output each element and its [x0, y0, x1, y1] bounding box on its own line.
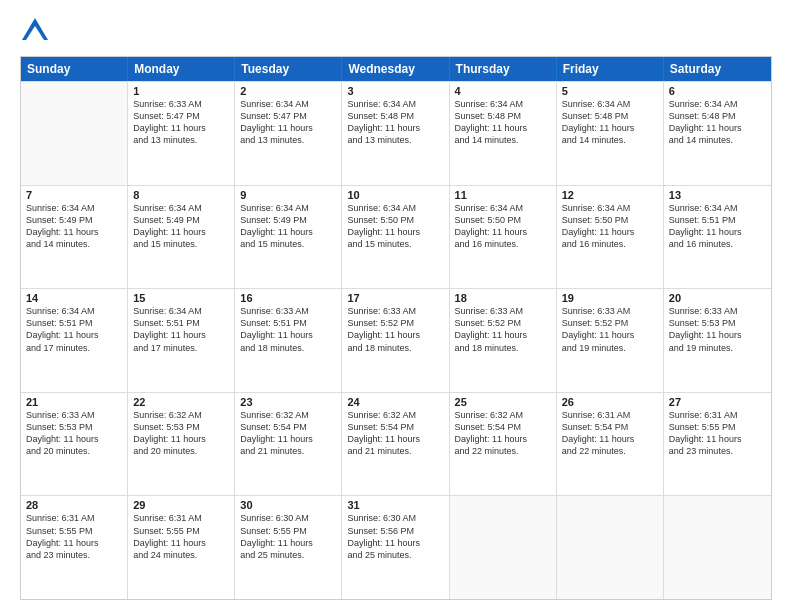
cell-line: Daylight: 11 hours — [455, 329, 551, 341]
calendar-cell: 31Sunrise: 6:30 AMSunset: 5:56 PMDayligh… — [342, 496, 449, 599]
cell-line: and 13 minutes. — [133, 134, 229, 146]
cell-line: Daylight: 11 hours — [347, 329, 443, 341]
calendar-cell: 16Sunrise: 6:33 AMSunset: 5:51 PMDayligh… — [235, 289, 342, 392]
cell-line: and 20 minutes. — [26, 445, 122, 457]
cell-line: Sunrise: 6:31 AM — [26, 512, 122, 524]
cell-line: Sunset: 5:48 PM — [455, 110, 551, 122]
cell-line: Daylight: 11 hours — [562, 226, 658, 238]
calendar-cell: 27Sunrise: 6:31 AMSunset: 5:55 PMDayligh… — [664, 393, 771, 496]
cell-line: Sunrise: 6:31 AM — [562, 409, 658, 421]
cell-line: and 13 minutes. — [240, 134, 336, 146]
cell-line: Daylight: 11 hours — [562, 122, 658, 134]
calendar-cell: 28Sunrise: 6:31 AMSunset: 5:55 PMDayligh… — [21, 496, 128, 599]
page: SundayMondayTuesdayWednesdayThursdayFrid… — [0, 0, 792, 612]
logo-icon — [20, 16, 50, 46]
cell-line: Daylight: 11 hours — [455, 122, 551, 134]
calendar-cell: 1Sunrise: 6:33 AMSunset: 5:47 PMDaylight… — [128, 82, 235, 185]
cell-line: and 15 minutes. — [133, 238, 229, 250]
cell-line: Sunset: 5:49 PM — [240, 214, 336, 226]
cell-line: Sunset: 5:53 PM — [133, 421, 229, 433]
cell-line: Sunrise: 6:34 AM — [669, 98, 766, 110]
cell-line: Sunset: 5:54 PM — [347, 421, 443, 433]
day-number: 14 — [26, 292, 122, 304]
calendar-cell: 22Sunrise: 6:32 AMSunset: 5:53 PMDayligh… — [128, 393, 235, 496]
day-number: 21 — [26, 396, 122, 408]
day-number: 10 — [347, 189, 443, 201]
calendar-cell: 24Sunrise: 6:32 AMSunset: 5:54 PMDayligh… — [342, 393, 449, 496]
cell-line: Sunrise: 6:34 AM — [133, 202, 229, 214]
cell-line: Sunset: 5:51 PM — [133, 317, 229, 329]
cell-line: and 23 minutes. — [26, 549, 122, 561]
cell-line: and 15 minutes. — [240, 238, 336, 250]
cell-line: and 14 minutes. — [562, 134, 658, 146]
day-number: 19 — [562, 292, 658, 304]
calendar-row: 1Sunrise: 6:33 AMSunset: 5:47 PMDaylight… — [21, 81, 771, 185]
cell-line: and 14 minutes. — [455, 134, 551, 146]
cell-line: Sunset: 5:56 PM — [347, 525, 443, 537]
cell-line: and 14 minutes. — [669, 134, 766, 146]
day-number: 3 — [347, 85, 443, 97]
calendar-cell: 18Sunrise: 6:33 AMSunset: 5:52 PMDayligh… — [450, 289, 557, 392]
cell-line: Sunset: 5:49 PM — [26, 214, 122, 226]
cell-line: Sunset: 5:50 PM — [562, 214, 658, 226]
calendar-cell: 13Sunrise: 6:34 AMSunset: 5:51 PMDayligh… — [664, 186, 771, 289]
cell-line: and 19 minutes. — [562, 342, 658, 354]
cell-line: Sunrise: 6:33 AM — [240, 305, 336, 317]
header — [20, 16, 772, 46]
calendar-cell: 11Sunrise: 6:34 AMSunset: 5:50 PMDayligh… — [450, 186, 557, 289]
cell-line: Daylight: 11 hours — [240, 122, 336, 134]
cell-line: Sunrise: 6:34 AM — [455, 202, 551, 214]
cell-line: Sunrise: 6:31 AM — [133, 512, 229, 524]
cell-line: Sunrise: 6:32 AM — [133, 409, 229, 421]
calendar-cell: 15Sunrise: 6:34 AMSunset: 5:51 PMDayligh… — [128, 289, 235, 392]
cell-line: Daylight: 11 hours — [347, 537, 443, 549]
header-day-thursday: Thursday — [450, 57, 557, 81]
cell-line: Sunset: 5:50 PM — [347, 214, 443, 226]
calendar-cell: 20Sunrise: 6:33 AMSunset: 5:53 PMDayligh… — [664, 289, 771, 392]
cell-line: Sunrise: 6:34 AM — [669, 202, 766, 214]
cell-line: Daylight: 11 hours — [240, 433, 336, 445]
day-number: 20 — [669, 292, 766, 304]
cell-line: and 17 minutes. — [133, 342, 229, 354]
header-day-saturday: Saturday — [664, 57, 771, 81]
calendar-cell: 25Sunrise: 6:32 AMSunset: 5:54 PMDayligh… — [450, 393, 557, 496]
cell-line: Sunrise: 6:34 AM — [26, 305, 122, 317]
header-day-monday: Monday — [128, 57, 235, 81]
cell-line: and 19 minutes. — [669, 342, 766, 354]
cell-line: Sunrise: 6:34 AM — [240, 202, 336, 214]
cell-line: Sunrise: 6:33 AM — [455, 305, 551, 317]
day-number: 15 — [133, 292, 229, 304]
calendar-cell: 4Sunrise: 6:34 AMSunset: 5:48 PMDaylight… — [450, 82, 557, 185]
cell-line: Sunset: 5:50 PM — [455, 214, 551, 226]
cell-line: Daylight: 11 hours — [562, 433, 658, 445]
cell-line: and 14 minutes. — [26, 238, 122, 250]
cell-line: Sunset: 5:48 PM — [562, 110, 658, 122]
calendar-cell: 3Sunrise: 6:34 AMSunset: 5:48 PMDaylight… — [342, 82, 449, 185]
cell-line: Sunrise: 6:33 AM — [133, 98, 229, 110]
cell-line: Sunrise: 6:33 AM — [347, 305, 443, 317]
cell-line: Sunset: 5:51 PM — [240, 317, 336, 329]
cell-line: Sunrise: 6:34 AM — [347, 98, 443, 110]
cell-line: Daylight: 11 hours — [133, 226, 229, 238]
cell-line: Daylight: 11 hours — [133, 433, 229, 445]
cell-line: Daylight: 11 hours — [347, 433, 443, 445]
logo — [20, 16, 54, 46]
cell-line: Sunrise: 6:34 AM — [562, 98, 658, 110]
cell-line: Sunrise: 6:33 AM — [26, 409, 122, 421]
cell-line: Sunset: 5:47 PM — [240, 110, 336, 122]
cell-line: and 17 minutes. — [26, 342, 122, 354]
day-number: 23 — [240, 396, 336, 408]
day-number: 16 — [240, 292, 336, 304]
day-number: 26 — [562, 396, 658, 408]
cell-line: and 16 minutes. — [562, 238, 658, 250]
cell-line: Sunset: 5:53 PM — [26, 421, 122, 433]
cell-line: Sunset: 5:52 PM — [562, 317, 658, 329]
calendar: SundayMondayTuesdayWednesdayThursdayFrid… — [20, 56, 772, 600]
cell-line: Sunset: 5:55 PM — [133, 525, 229, 537]
cell-line: Sunrise: 6:32 AM — [347, 409, 443, 421]
cell-line: Daylight: 11 hours — [240, 226, 336, 238]
cell-line: and 25 minutes. — [347, 549, 443, 561]
day-number: 5 — [562, 85, 658, 97]
cell-line: Sunrise: 6:34 AM — [347, 202, 443, 214]
day-number: 25 — [455, 396, 551, 408]
